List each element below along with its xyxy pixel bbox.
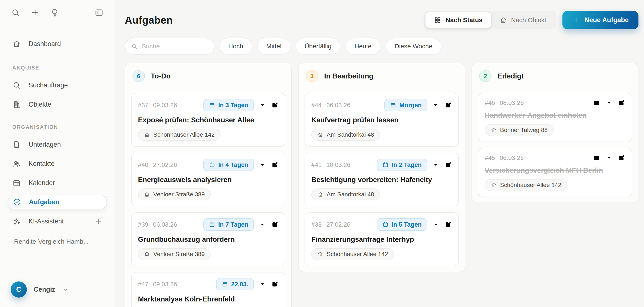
filter-chip-mittel[interactable]: Mittel [257, 38, 290, 55]
sidebar-item-suchauftraege[interactable]: Suchaufträge [8, 78, 107, 93]
chevron-down-icon[interactable] [432, 221, 440, 228]
tab-label: Nach Objekt [511, 17, 546, 24]
object-chip[interactable]: Am Sandtorkai 48 [311, 188, 380, 200]
user-menu[interactable]: C Cengiz [0, 281, 114, 298]
object-chip[interactable]: Venloer Straße 389 [138, 248, 210, 260]
edit-icon[interactable] [271, 161, 278, 169]
object-label: Venloer Straße 389 [153, 191, 205, 198]
task-card-meta: #4506.03.26 [485, 154, 625, 162]
plus-icon[interactable] [94, 217, 102, 225]
chevron-down-icon[interactable] [432, 161, 440, 169]
due-badge[interactable]: 22.03. [216, 278, 254, 290]
house-icon [144, 251, 150, 257]
plus-icon [572, 16, 580, 24]
sidebar-item-label: KI-Assistent [28, 217, 64, 225]
due-badge[interactable]: Morgen [384, 99, 427, 111]
task-id: #46 [485, 99, 495, 106]
filter-chip-ueberfaellig[interactable]: Überfällig [296, 38, 340, 55]
filter-chip-heute[interactable]: Heute [346, 38, 380, 55]
task-card[interactable]: #3906.03.26In 7 TagenGrundbuchauszug anf… [131, 212, 285, 266]
object-chip[interactable]: Schönhauser Allee 142 [311, 248, 394, 260]
sidebar-item-kontakte[interactable]: Kontakte [8, 156, 107, 171]
sidebar-item-aufgaben[interactable]: Aufgaben [8, 195, 107, 209]
column-header: 2Erledigt [478, 69, 632, 82]
due-badge[interactable]: In 5 Tagen [377, 218, 427, 231]
calendar-icon[interactable] [593, 99, 600, 107]
recent-chat-item[interactable]: Rendite-Vergleich Hamb... [14, 238, 107, 245]
task-card[interactable]: #4709.03.2622.03.Marktanalyse Köln-Ehren… [131, 272, 285, 307]
edit-icon[interactable] [444, 101, 452, 109]
object-chip[interactable]: Bonner Talweg 88 [485, 124, 554, 136]
chevron-down-icon[interactable] [605, 99, 613, 107]
calendar-icon[interactable] [593, 154, 600, 162]
due-label: Morgen [399, 102, 422, 109]
house-icon [317, 251, 323, 257]
search-input[interactable] [142, 43, 208, 50]
task-title: Handwerker-Angebot einholen [485, 111, 625, 119]
chevron-down-icon[interactable] [258, 221, 266, 228]
search-icon[interactable] [11, 8, 20, 17]
edit-icon[interactable] [618, 154, 625, 162]
sidebar-item-dashboard[interactable]: Dashboard [8, 37, 107, 51]
task-card-meta: #3709.03.26In 3 Tagen [138, 99, 278, 111]
filter-chip-diese-woche[interactable]: Diese Woche [386, 38, 442, 55]
task-id: #41 [311, 161, 322, 168]
due-badge[interactable]: In 4 Tagen [204, 159, 254, 171]
task-card[interactable]: #4506.03.26Versicherungsvergleich MFH Be… [478, 148, 632, 197]
sparkles-icon [12, 217, 21, 226]
lightbulb-icon[interactable] [50, 8, 59, 17]
new-task-button[interactable]: Neue Aufgabe [562, 11, 638, 29]
chevron-down-icon[interactable] [258, 280, 266, 288]
due-badge[interactable]: In 3 Tagen [204, 99, 254, 111]
edit-icon[interactable] [618, 99, 625, 107]
avatar: C [11, 281, 27, 298]
task-title: Marktanalyse Köln-Ehrenfeld [138, 295, 278, 303]
edit-icon[interactable] [444, 221, 452, 228]
sidebar-item-label: Suchaufträge [28, 81, 68, 89]
sidebar-item-ki-assistent[interactable]: KI-Assistent [8, 214, 107, 228]
task-card[interactable]: #4110.03.26In 2 TagenBesichtigung vorber… [304, 153, 459, 206]
task-card[interactable]: #4608.03.26Handwerker-Angebot einholenBo… [478, 93, 632, 142]
filter-chip-hoch[interactable]: Hoch [219, 38, 252, 55]
due-badge[interactable]: In 7 Tagen [204, 218, 254, 231]
task-title: Kaufvertrag prüfen lassen [311, 116, 452, 124]
column-title: To-Do [151, 72, 170, 80]
task-id: #38 [311, 221, 322, 228]
tab-nach-objekt[interactable]: Nach Objekt [491, 12, 555, 28]
task-date: 06.03.26 [153, 221, 177, 228]
object-chip[interactable]: Venloer Straße 389 [138, 188, 210, 200]
column-divider [478, 87, 632, 87]
task-title: Finanzierungsanfrage Interhyp [311, 235, 452, 243]
due-badge[interactable]: In 2 Tagen [377, 159, 427, 171]
sidebar-item-unterlagen[interactable]: Unterlagen [8, 137, 107, 152]
tab-nach-status[interactable]: Nach Status [426, 12, 491, 28]
task-card[interactable]: #3827.02.26In 5 TagenFinanzierungsanfrag… [304, 212, 459, 266]
task-date: 10.03.26 [326, 161, 350, 168]
chevron-down-icon[interactable] [432, 101, 440, 109]
sidebar-item-objekte[interactable]: Objekte [8, 97, 107, 112]
object-chip[interactable]: Schönhauser Allee 142 [485, 179, 567, 191]
edit-icon[interactable] [271, 280, 278, 288]
task-card[interactable]: #3709.03.26In 3 TagenExposé prüfen: Schö… [131, 93, 285, 147]
edit-icon[interactable] [271, 101, 278, 109]
sidebar-item-kalender[interactable]: Kalender [8, 176, 107, 190]
task-card-meta: #4709.03.2622.03. [138, 278, 278, 290]
edit-icon[interactable] [271, 221, 278, 228]
object-chip[interactable]: Am Sandtorkai 48 [311, 129, 380, 141]
plus-icon[interactable] [31, 8, 40, 17]
sidebar-panel-icon[interactable] [94, 8, 104, 17]
sidebar-section-title: AKQUISE [8, 65, 107, 71]
new-task-label: Neue Aufgabe [584, 16, 629, 24]
sidebar-section-title: ORGANISATION [8, 124, 107, 130]
task-id: #40 [138, 161, 148, 168]
task-id: #47 [138, 281, 148, 288]
document-icon [12, 140, 21, 149]
task-card[interactable]: #4027.02.26In 4 TagenEnergieausweis anal… [131, 153, 285, 206]
task-card[interactable]: #4406.03.26MorgenKaufvertrag prüfen lass… [304, 93, 459, 147]
edit-icon[interactable] [444, 161, 452, 169]
chevron-down-icon[interactable] [605, 154, 613, 162]
page-header: Aufgaben Nach Status Nach Objekt Neue Au… [125, 11, 638, 30]
object-chip[interactable]: Schönhauser Allee 142 [138, 129, 221, 141]
chevron-down-icon[interactable] [258, 101, 266, 109]
chevron-down-icon[interactable] [258, 161, 266, 169]
